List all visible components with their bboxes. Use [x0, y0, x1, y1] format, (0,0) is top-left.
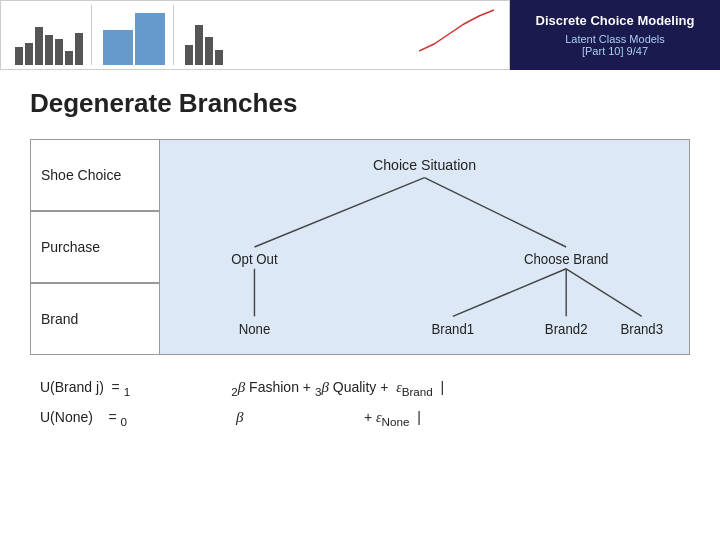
formula-u-none: U(None) = 0 β + εNone | [40, 403, 421, 433]
label-shoe-choice: Shoe Choice [30, 139, 160, 211]
bar [215, 50, 223, 65]
sub-title: Latent Class Models [565, 33, 665, 45]
bar [35, 27, 43, 65]
header-charts [0, 0, 510, 70]
svg-text:None: None [239, 322, 271, 337]
bar-blue [103, 30, 133, 65]
sub-0: 0 [121, 415, 127, 428]
svg-line-9 [566, 269, 642, 317]
formula-area: U(Brand j) = 1 2β Fashion + 3β Quality +… [30, 373, 690, 433]
svg-line-1 [254, 178, 424, 247]
svg-line-2 [425, 178, 567, 247]
bar [195, 25, 203, 65]
part-info: [Part 10] 9/47 [582, 45, 648, 57]
bar [55, 39, 63, 65]
formula-u-brand: U(Brand j) = 1 2β Fashion + 3β Quality +… [40, 373, 444, 403]
svg-text:Opt Out: Opt Out [231, 252, 278, 267]
svg-text:Brand3: Brand3 [620, 322, 663, 337]
svg-text:Brand1: Brand1 [432, 322, 475, 337]
bar [25, 43, 33, 65]
svg-text:Brand2: Brand2 [545, 322, 588, 337]
page-title: Degenerate Branches [30, 88, 690, 119]
sub-1: 1 [124, 385, 130, 398]
label-purchase: Purchase [30, 211, 160, 283]
labels-column: Shoe Choice Purchase Brand [30, 139, 160, 355]
bar [75, 33, 83, 65]
header: Discrete Choice Modeling Latent Class Mo… [0, 0, 720, 70]
label-brand: Brand [30, 283, 160, 355]
tree-svg: Choice Situation Opt Out Choose Brand No… [160, 140, 689, 354]
formula-row-1: U(Brand j) = 1 2β Fashion + 3β Quality +… [40, 373, 680, 403]
bar [185, 45, 193, 65]
bar [45, 35, 53, 65]
svg-text:Choice Situation: Choice Situation [373, 156, 476, 172]
header-title-box: Discrete Choice Modeling Latent Class Mo… [510, 0, 720, 70]
diagram-container: Shoe Choice Purchase Brand Choice Situat… [30, 139, 690, 355]
bar [15, 47, 23, 65]
bar-blue [135, 13, 165, 65]
chart-section-3 [177, 5, 231, 65]
sub-brand: Brand [402, 385, 433, 398]
formula-row-2: U(None) = 0 β + εNone | [40, 403, 680, 433]
chart-section-2 [95, 5, 174, 65]
line-chart [419, 6, 499, 56]
chart-section-1 [7, 5, 92, 65]
main-content: Degenerate Branches Shoe Choice Purchase… [0, 70, 720, 443]
bar [65, 51, 73, 65]
main-title: Discrete Choice Modeling [536, 13, 695, 30]
svg-line-7 [453, 269, 566, 317]
svg-text:Choose Brand: Choose Brand [524, 252, 609, 267]
bar [205, 37, 213, 65]
sub-none: None [382, 415, 410, 428]
tree-area: Choice Situation Opt Out Choose Brand No… [160, 139, 690, 355]
